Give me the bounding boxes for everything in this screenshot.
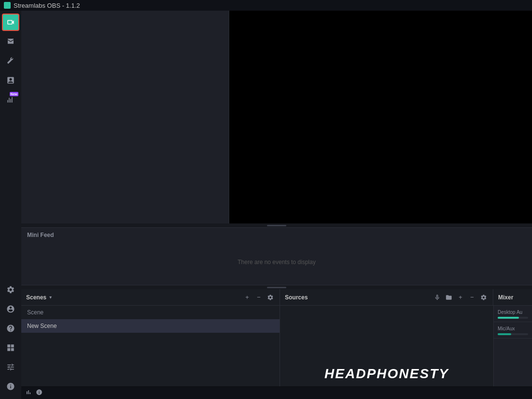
analytics-icon xyxy=(6,95,15,104)
bar-chart-icon xyxy=(25,389,32,396)
sidebar-item-help[interactable] xyxy=(2,320,19,337)
user-icon xyxy=(6,305,15,313)
sidebar-item-info[interactable] xyxy=(2,378,19,395)
top-area xyxy=(21,11,532,223)
scenes-dropdown-arrow[interactable]: ▾ xyxy=(49,295,52,300)
bottom-content: Scene New Scene HEADPHONESTY Desktop Au xyxy=(21,306,532,386)
sidebar-item-analytics[interactable]: New xyxy=(2,91,19,108)
main-content: Mini Feed There are no events to display… xyxy=(21,11,532,399)
mini-feed-title: Mini Feed xyxy=(21,228,532,240)
scenes-panel-title: Scenes xyxy=(26,294,46,301)
preview-window xyxy=(229,11,532,223)
scene-item-scene[interactable]: Scene xyxy=(21,306,280,319)
sources-list: HEADPHONESTY xyxy=(280,306,493,386)
titlebar-title: Streamlabs OBS - 1.1.2 xyxy=(14,2,80,9)
mixer-channel-desktop: Desktop Au xyxy=(494,306,532,322)
watermark-text: HEADPHONESTY xyxy=(325,366,449,382)
sidebar-item-live[interactable] xyxy=(2,14,19,31)
status-info-icon[interactable] xyxy=(36,389,43,397)
video-camera-icon xyxy=(6,18,15,27)
sources-gear-icon xyxy=(480,294,487,301)
sidebar: New xyxy=(0,11,21,399)
mixer-panel-content: Desktop Au Mic/Aux xyxy=(493,306,532,386)
sources-mic-button[interactable] xyxy=(433,293,442,302)
mixer-channel-mic: Mic/Aux xyxy=(494,322,532,339)
scenes-gear-icon xyxy=(267,294,274,301)
resize-handle-top[interactable] xyxy=(21,223,532,227)
mini-feed-panel: Mini Feed There are no events to display xyxy=(21,227,532,285)
question-icon xyxy=(6,324,15,333)
sources-settings-button[interactable] xyxy=(479,293,488,302)
scenes-add-button[interactable]: + xyxy=(243,293,251,302)
settings-gear-icon xyxy=(6,285,15,294)
grid-icon xyxy=(6,343,15,352)
mic-source-icon xyxy=(434,294,441,301)
mixer-toolbar-section: Mixer xyxy=(493,289,532,305)
resize-bar xyxy=(267,225,286,226)
store-icon xyxy=(6,37,15,46)
sidebar-item-tools[interactable] xyxy=(2,52,19,70)
sidebar-item-layout[interactable] xyxy=(2,339,19,356)
mic-aux-bar-bg xyxy=(498,333,528,335)
sliders-icon xyxy=(6,363,15,371)
sidebar-item-overlays[interactable] xyxy=(2,72,19,89)
resize-bar-2 xyxy=(267,287,286,288)
tools-icon xyxy=(6,57,15,65)
mini-feed-empty-message: There are no events to display xyxy=(237,259,315,266)
sources-panel-title: Sources xyxy=(285,294,308,301)
scenes-list: Scene New Scene xyxy=(21,306,280,386)
info-icon xyxy=(6,382,15,391)
sidebar-item-themes[interactable] xyxy=(2,33,19,50)
desktop-audio-label: Desktop Au xyxy=(498,310,528,315)
mixer-panel-title: Mixer xyxy=(498,294,513,301)
scene-item-new-scene[interactable]: New Scene xyxy=(21,319,280,333)
status-bar-chart-icon[interactable] xyxy=(25,389,32,397)
bottom-panel: Scenes ▾ + − Sources xyxy=(21,289,532,386)
sources-toolbar-section: Sources + − xyxy=(280,289,493,305)
scenes-toolbar-section: Scenes ▾ + − xyxy=(21,289,280,305)
scenes-settings-button[interactable] xyxy=(266,293,275,302)
sources-remove-button[interactable]: − xyxy=(468,293,476,302)
sidebar-item-settings[interactable] xyxy=(2,281,19,298)
info-circle-icon xyxy=(36,389,43,396)
scenes-remove-button[interactable]: − xyxy=(254,293,263,302)
sources-folder-button[interactable] xyxy=(444,293,453,302)
overlays-icon xyxy=(6,76,15,85)
resize-handle-bottom[interactable] xyxy=(21,285,532,289)
titlebar: Streamlabs OBS - 1.1.2 xyxy=(0,0,532,11)
status-bar xyxy=(21,386,532,399)
folder-icon xyxy=(445,294,452,301)
sources-add-button[interactable]: + xyxy=(456,293,465,302)
app-icon xyxy=(4,2,11,9)
sidebar-bottom xyxy=(2,281,19,399)
mic-aux-bar xyxy=(498,333,511,335)
desktop-audio-bar xyxy=(498,317,519,319)
scenes-preview-panel xyxy=(21,11,229,223)
new-badge: New xyxy=(10,92,18,96)
bottom-toolbar: Scenes ▾ + − Sources xyxy=(21,289,532,306)
mic-aux-label: Mic/Aux xyxy=(498,326,528,331)
sidebar-item-user[interactable] xyxy=(2,300,19,318)
sidebar-item-mixer[interactable] xyxy=(2,358,19,376)
mini-feed-empty: There are no events to display xyxy=(21,240,532,284)
desktop-audio-bar-bg xyxy=(498,317,528,319)
